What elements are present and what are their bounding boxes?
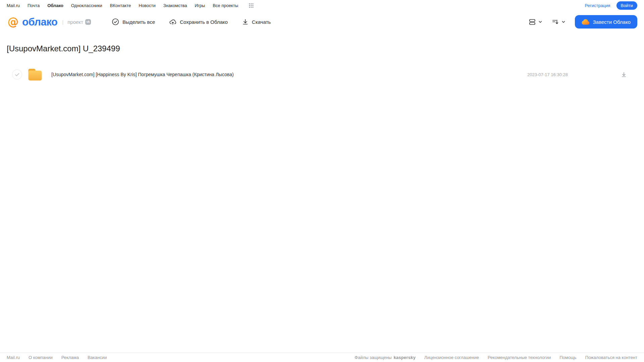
download-icon [621,71,627,78]
project-label: проект [67,19,83,25]
page-footer: Mail.ru О компании Реклама Вакансии Файл… [0,353,644,362]
footer-link-recommendation-tech[interactable]: Рекомендательные технологии [488,355,551,360]
create-cloud-button[interactable]: Завести Облако [575,15,637,29]
logo-separator: | [62,19,63,25]
save-to-cloud-label: Сохранить в Облако [180,19,228,25]
select-all-button[interactable]: Выделить все [112,18,155,25]
page-title: [UsupovMarket.com] U_239499 [7,44,637,53]
footer-link-help[interactable]: Помощь [559,355,576,360]
cloud-upload-icon [169,18,177,25]
file-name[interactable]: [UsupovMarket.com] [Happiness By Kris] П… [51,72,234,77]
apps-grid-icon[interactable] [249,3,253,8]
portal-link-odnoklassniki[interactable]: Одноклассники [71,3,102,8]
view-toggle-icon [529,18,536,25]
svg-text:@: @ [8,15,19,28]
portal-link-dating[interactable]: Знакомства [163,3,187,8]
actions-toolbar: Выделить все Сохранить в Облако Скачать [112,18,271,25]
portal-links: Mail.ru Почта Облако Одноклассники ВКонт… [7,3,253,8]
footer-link-about[interactable]: О компании [29,355,53,360]
main-header: @ облако | проект vk Выделить все Сохран… [0,11,644,33]
portal-link-news[interactable]: Новости [139,3,155,8]
header-right-controls: Завести Облако [529,15,637,29]
login-button[interactable]: Войти [616,1,637,10]
cloud-orange-icon [582,19,590,25]
footer-link-report-content[interactable]: Пожаловаться на контент [585,355,637,360]
cloud-logo[interactable]: @ облако | проект vk [7,15,91,28]
footer-right-links: Файлы защищены kaspersky Лицензионное со… [355,355,637,360]
row-checkbox[interactable] [12,69,22,80]
portal-link-all-projects[interactable]: Все проекты [213,3,238,8]
sort-icon [552,18,559,25]
file-modified-date: 2023-07-17 16:30:28 [527,72,568,77]
content-area: [UsupovMarket.com] U_239499 [0,44,644,82]
footer-link-jobs[interactable]: Вакансии [88,355,107,360]
portal-link-mailru[interactable]: Mail.ru [7,3,20,8]
save-to-cloud-button[interactable]: Сохранить в Облако [169,18,228,25]
check-circle-icon [112,18,119,25]
download-all-label: Скачать [252,19,271,25]
kaspersky-prefix: Файлы защищены [355,355,392,360]
row-download-button[interactable] [621,71,627,78]
download-icon [242,18,249,25]
vk-badge-icon: vk [85,19,91,25]
at-logo-icon: @ [7,15,19,28]
portal-link-mail[interactable]: Почта [28,3,40,8]
checkbox-circle-icon [12,69,22,80]
create-cloud-label: Завести Облако [593,19,631,25]
file-row[interactable]: [UsupovMarket.com] [Happiness By Kris] П… [7,67,637,82]
select-all-label: Выделить все [122,19,155,25]
kaspersky-logo[interactable]: kaspersky [394,355,415,360]
footer-link-license[interactable]: Лицензионное соглашение [424,355,479,360]
view-mode-dropdown[interactable] [529,18,542,25]
portal-link-vkontakte[interactable]: ВКонтакте [110,3,131,8]
file-list: [UsupovMarket.com] [Happiness By Kris] П… [7,67,637,82]
kaspersky-protection: Файлы защищены kaspersky [355,355,416,360]
sort-dropdown[interactable] [552,18,565,25]
portal-link-games[interactable]: Игры [195,3,205,8]
auth-area: Регистрация Войти [585,1,637,10]
register-link[interactable]: Регистрация [585,3,610,8]
portal-nav: Mail.ru Почта Облако Одноклассники ВКонт… [0,0,644,11]
footer-left-links: Mail.ru О компании Реклама Вакансии [7,355,107,360]
folder-icon [28,68,43,81]
footer-link-ads[interactable]: Реклама [61,355,79,360]
chevron-down-icon [538,20,542,24]
portal-link-cloud[interactable]: Облако [47,3,63,8]
footer-link-mailru[interactable]: Mail.ru [7,355,20,360]
chevron-down-icon [561,20,565,24]
download-all-button[interactable]: Скачать [242,18,271,25]
logo-wordmark: облако [22,17,57,27]
project-vk-label: | проект vk [62,19,91,25]
